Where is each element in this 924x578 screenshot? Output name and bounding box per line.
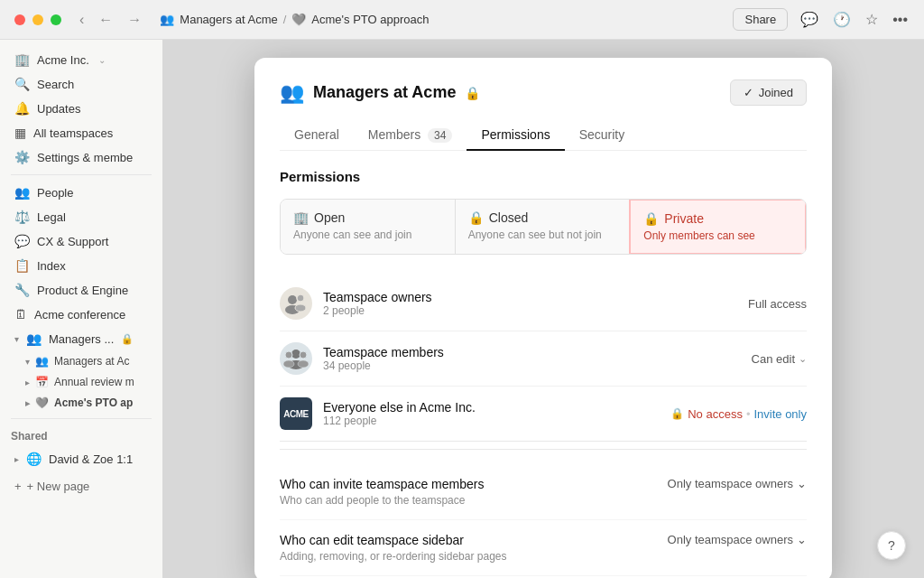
- svg-point-3: [295, 304, 306, 312]
- members-access-chevron: ⌄: [799, 353, 807, 365]
- sidebar-workspace[interactable]: 🏢 Acme Inc. ⌄: [4, 48, 159, 71]
- people-icon: 👥: [14, 185, 30, 200]
- annual-icon: 📅: [35, 376, 49, 388]
- managers-label: Managers ...: [49, 332, 114, 346]
- members-name: Teamspace members: [323, 345, 752, 359]
- tab-permissions-label: Permissions: [481, 127, 550, 142]
- svg-point-8: [300, 351, 307, 359]
- new-page-button[interactable]: + + New page: [4, 474, 159, 499]
- lock-icon: 🔒: [121, 333, 134, 345]
- chat-icon-button[interactable]: 💬: [799, 9, 820, 30]
- sidebar-sub-item-acme-pto[interactable]: ▸ 🩶 Acme's PTO ap: [4, 393, 159, 413]
- owners-name: Teamspace owners: [323, 290, 748, 304]
- open-desc: Anyone can see and join: [293, 228, 442, 241]
- tab-members[interactable]: Members 34: [354, 120, 467, 151]
- perm-option-closed[interactable]: 🔒 Closed Anyone can see but not join: [456, 200, 631, 254]
- share-button[interactable]: Share: [733, 8, 788, 31]
- sidebar-item-people[interactable]: 👥 People: [4, 181, 159, 204]
- breadcrumb-separator: /: [283, 13, 287, 26]
- cx-icon: 💬: [14, 234, 30, 248]
- sidebar-item-legal[interactable]: ⚖️ Legal: [4, 205, 159, 228]
- minimize-traffic-light[interactable]: [32, 14, 43, 25]
- members-access-level[interactable]: Can edit ⌄: [752, 352, 807, 366]
- sidebar-value[interactable]: Only teamspace owners ⌄: [668, 533, 807, 546]
- perm-option-private[interactable]: 🔒 Private Only members can see: [629, 199, 807, 255]
- invite-title: Who can invite teamspace members: [280, 477, 668, 491]
- sidebar-item-all-teamspaces[interactable]: ▦ All teamspaces: [4, 121, 159, 144]
- expand-chevron: ▾: [14, 334, 19, 344]
- sidebar-item-cx-support[interactable]: 💬 CX & Support: [4, 229, 159, 253]
- history-icon-button[interactable]: 🕐: [831, 9, 853, 30]
- modal-lock-icon: 🔒: [465, 86, 480, 100]
- forward-button[interactable]: →: [124, 10, 145, 30]
- private-icon: 🔒: [643, 211, 659, 226]
- tab-security[interactable]: Security: [565, 120, 640, 151]
- sidebar-divider-1: [11, 174, 152, 175]
- access-row-owners: Teamspace owners 2 people Full access: [280, 276, 807, 331]
- joined-check-icon: ✓: [744, 86, 753, 99]
- legal-icon: ⚖️: [14, 210, 30, 224]
- owners-access-level: Full access: [748, 297, 807, 311]
- setting-row-sidebar: Who can edit teamspace sidebar Adding, r…: [280, 520, 807, 576]
- sidebar-sub-item-managers-acme[interactable]: ▾ 👥 Managers at Ac: [4, 351, 159, 371]
- joined-button[interactable]: ✓ Joined: [730, 79, 807, 106]
- acme-avatar: ACME: [280, 397, 312, 430]
- svg-point-6: [285, 351, 292, 359]
- sidebar-sub-item-annual-review[interactable]: ▸ 📅 Annual review m: [4, 372, 159, 392]
- svg-point-2: [297, 294, 304, 302]
- breadcrumb: 👥 Managers at Acme / 🩶 Acme's PTO approa…: [160, 13, 733, 26]
- sidebar-item-search[interactable]: 🔍 Search: [4, 72, 159, 96]
- breadcrumb-group[interactable]: Managers at Acme: [180, 13, 277, 26]
- close-traffic-light[interactable]: [14, 14, 25, 25]
- private-label: Private: [664, 211, 704, 226]
- closed-desc: Anyone can see but not join: [468, 228, 617, 241]
- back-button[interactable]: ←: [95, 10, 116, 30]
- favorite-icon-button[interactable]: ☆: [864, 9, 880, 30]
- tab-permissions[interactable]: Permissions: [467, 120, 564, 151]
- sidebar-value-text: Only teamspace owners: [668, 533, 793, 546]
- sidebar-item-product[interactable]: 🔧 Product & Engine: [4, 278, 159, 302]
- tab-security-label: Security: [579, 127, 625, 142]
- invite-value[interactable]: Only teamspace owners ⌄: [668, 477, 807, 490]
- svg-point-7: [283, 360, 294, 368]
- sidebar-item-index[interactable]: 📋 Index: [4, 254, 159, 277]
- modal-header: 👥 Managers at Acme 🔒 ✓ Joined: [280, 79, 807, 106]
- invite-value-text: Only teamspace owners: [668, 477, 793, 490]
- new-page-plus-icon: +: [14, 480, 22, 493]
- new-page-label: + New page: [27, 480, 90, 493]
- sidebar-item-settings[interactable]: ⚙️ Settings & membe: [4, 145, 159, 169]
- content-area: 👥 Managers at Acme 🔒 ✓ Joined General: [162, 40, 924, 578]
- collapse-nav-button[interactable]: ‹: [76, 10, 88, 30]
- legal-label: Legal: [37, 210, 66, 224]
- nav-controls: ‹ ← →: [76, 10, 145, 30]
- no-access-text: No access: [688, 407, 743, 421]
- members-access-text: Can edit: [752, 352, 795, 366]
- perm-option-open[interactable]: 🏢 Open Anyone can see and join: [281, 200, 456, 254]
- pto-icon: 🩶: [35, 396, 49, 409]
- fullscreen-traffic-light[interactable]: [51, 14, 61, 25]
- access-row-everyone: ACME Everyone else in Acme Inc. 112 peop…: [280, 387, 807, 442]
- sidebar-item-acme-conf[interactable]: 🗓 Acme conference: [4, 303, 159, 326]
- shared-section-header: Shared: [0, 426, 162, 446]
- sidebar-divider-2: [11, 418, 152, 419]
- pto-label: Acme's PTO ap: [54, 396, 133, 409]
- help-button[interactable]: ?: [877, 531, 906, 560]
- sidebar-item-managers[interactable]: ▾ 👥 Managers ... 🔒: [4, 327, 159, 350]
- sidebar-item-updates[interactable]: 🔔 Updates: [4, 97, 159, 120]
- index-label: Index: [37, 259, 66, 273]
- product-label: Product & Engine: [37, 284, 128, 297]
- owners-access-text: Full access: [748, 297, 807, 311]
- sidebar-item-david-zoe[interactable]: ▸ 🌐 David & Zoe 1:1: [4, 447, 159, 471]
- closed-label: Closed: [489, 210, 529, 225]
- modal-tabs: General Members 34 Permissions Security: [280, 120, 807, 151]
- teamspaces-icon: ▦: [14, 126, 26, 140]
- access-separator: •: [746, 407, 751, 421]
- traffic-lights: [14, 14, 61, 25]
- more-options-button[interactable]: •••: [891, 10, 910, 30]
- members-avatar: [280, 342, 312, 375]
- titlebar-actions: Share 💬 🕐 ☆ •••: [733, 8, 910, 31]
- breadcrumb-page[interactable]: Acme's PTO approach: [311, 13, 429, 26]
- cx-label: CX & Support: [37, 235, 109, 248]
- permissions-section-title: Permissions: [280, 169, 807, 184]
- tab-general[interactable]: General: [280, 120, 354, 151]
